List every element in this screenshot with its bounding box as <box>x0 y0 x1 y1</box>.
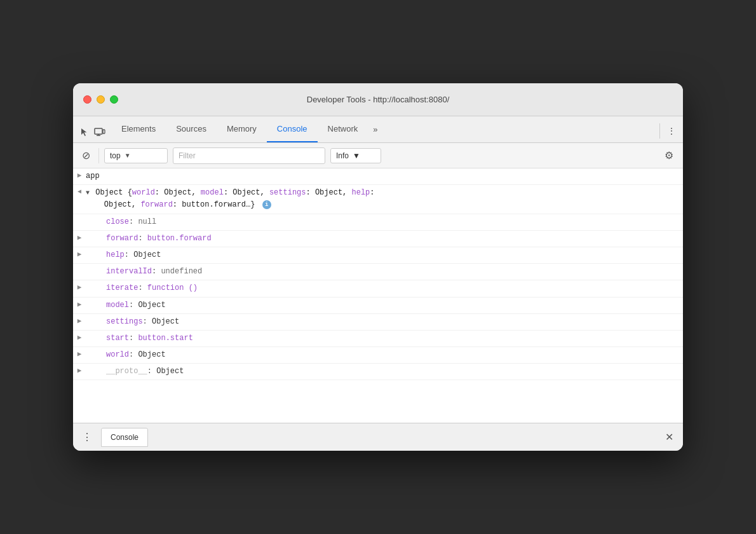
tab-memory[interactable]: Memory <box>217 116 267 142</box>
prop-expand-start[interactable]: ▶ <box>73 332 86 341</box>
drawer-options-button[interactable]: ⋮ <box>78 428 96 446</box>
prop-world-content: world: Object <box>86 349 683 361</box>
devtools-window: Developer Tools - http://localhost:8080/ <box>73 83 683 451</box>
app-label: app <box>86 172 100 181</box>
context-arrow: ▼ <box>125 152 131 159</box>
prop-row-close: close: null <box>73 214 683 231</box>
window-title: Developer Tools - http://localhost:8080/ <box>307 95 450 104</box>
filter-input[interactable] <box>173 147 325 164</box>
prop-settings-content: settings: Object <box>86 316 683 328</box>
prop-row-start: ▶ start: button.start <box>73 331 683 347</box>
tab-network[interactable]: Network <box>318 116 368 142</box>
prop-no-expand <box>73 216 86 217</box>
device-icon[interactable] <box>93 126 106 139</box>
clear-console-button[interactable]: ⊘ <box>78 148 93 163</box>
prop-help-content: help: Object <box>86 249 683 261</box>
prop-iterate-content: iterate: function () <box>86 282 683 294</box>
drawer-console-tab[interactable]: Console <box>101 428 148 447</box>
console-row-object: ◀ ▼ Object {world: Object, model: Object… <box>73 185 683 214</box>
tab-more-button[interactable]: » <box>368 116 382 142</box>
tab-bar-right: ⋮ <box>657 123 683 142</box>
prop-proto-content: __proto__: Object <box>86 366 683 378</box>
console-output: ▶ app ◀ ▼ Object {world: Object, model: … <box>73 168 683 423</box>
prop-expand-iterate[interactable]: ▶ <box>73 282 86 291</box>
expand-arrow-app[interactable]: ▶ <box>73 170 86 179</box>
maximize-button[interactable] <box>110 95 118 104</box>
tabs: Elements Sources Memory Console Network … <box>111 116 657 142</box>
prop-row-settings: ▶ settings: Object <box>73 314 683 331</box>
svg-rect-0 <box>95 128 102 134</box>
console-toolbar: ⊘ top ▼ Info ▼ ⚙ <box>73 143 683 168</box>
prop-model-content: model: Object <box>86 299 683 312</box>
tab-sources[interactable]: Sources <box>166 116 217 142</box>
console-row-app: ▶ app <box>73 168 683 185</box>
console-row-app-content: app <box>86 170 683 182</box>
prop-expand-model[interactable]: ▶ <box>73 299 86 308</box>
settings-button[interactable]: ⚙ <box>660 147 678 165</box>
bottom-drawer: ⋮ Console ✕ <box>73 423 683 451</box>
back-arrow[interactable]: ◀ <box>73 187 86 195</box>
prop-no-expand-intervalid <box>73 266 86 266</box>
object-summary-content: ▼ Object {world: Object, model: Object, … <box>86 187 683 211</box>
prop-expand-settings[interactable]: ▶ <box>73 316 86 325</box>
prop-expand-proto[interactable]: ▶ <box>73 366 86 374</box>
traffic-lights <box>83 95 118 104</box>
context-selector[interactable]: top ▼ <box>104 148 168 163</box>
more-options-button[interactable]: ⋮ <box>665 125 678 137</box>
prop-expand-help[interactable]: ▶ <box>73 249 86 258</box>
prop-close-content: close: null <box>86 216 683 228</box>
prop-intervalid-content: intervalId: undefined <box>86 266 683 278</box>
prop-start-content: start: button.start <box>86 332 683 345</box>
tab-bar-divider <box>659 123 660 139</box>
svg-rect-1 <box>103 130 105 134</box>
object-expand-triangle[interactable]: ▼ <box>86 188 90 198</box>
prop-row-help: ▶ help: Object <box>73 247 683 264</box>
level-selector[interactable]: Info ▼ <box>330 148 381 163</box>
prop-row-world: ▶ world: Object <box>73 347 683 364</box>
tab-bar-icons <box>78 126 111 142</box>
prop-row-forward: ▶ forward: button.forward <box>73 231 683 247</box>
close-button[interactable] <box>83 95 91 104</box>
title-bar: Developer Tools - http://localhost:8080/ <box>73 83 683 116</box>
prop-row-proto: ▶ __proto__: Object <box>73 364 683 380</box>
prop-expand-forward[interactable]: ▶ <box>73 233 86 242</box>
tab-bar: Elements Sources Memory Console Network … <box>73 116 683 143</box>
drawer-close-button[interactable]: ✕ <box>660 428 678 446</box>
tab-elements[interactable]: Elements <box>111 116 166 142</box>
prop-row-model: ▶ model: Object <box>73 298 683 314</box>
minimize-button[interactable] <box>97 95 105 104</box>
prop-expand-world[interactable]: ▶ <box>73 349 86 358</box>
info-badge[interactable]: i <box>262 200 271 209</box>
prop-row-intervalid: intervalId: undefined <box>73 264 683 280</box>
prop-row-iterate: ▶ iterate: function () <box>73 280 683 297</box>
tab-console[interactable]: Console <box>267 116 318 142</box>
toolbar-divider <box>98 148 99 163</box>
cursor-icon[interactable] <box>78 126 91 139</box>
level-arrow: ▼ <box>353 151 360 160</box>
prop-forward-content: forward: button.forward <box>86 233 683 245</box>
